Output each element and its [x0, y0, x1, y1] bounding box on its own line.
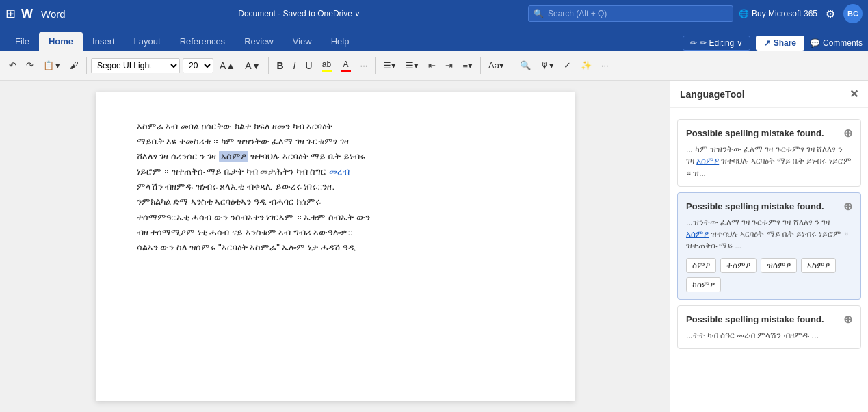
align-button[interactable]: ≡▾: [459, 58, 476, 73]
pencil-icon: ✏: [690, 38, 697, 48]
font-color-button[interactable]: A: [338, 57, 354, 74]
toolbar-divider-1: [86, 57, 87, 74]
underline-button[interactable]: U: [302, 58, 315, 73]
numbering-button[interactable]: ☰▾: [402, 58, 422, 73]
suggestion-card-2: Possible spelling mistake found. ⊕ ...ዝን…: [677, 192, 861, 300]
font-family-select[interactable]: Segoe UI Light Calibri Arial: [91, 58, 180, 73]
title-bar-right: 🌐 Buy Microsoft 365 ⚙ BC: [739, 4, 863, 23]
sidebar: LanguageTool ✕ Possible spelling mistake…: [670, 81, 868, 412]
doc-area[interactable]: አስምራ ኣብ መበል ዐሰርትው ክልተ ክፍለ ዘመን ካብ ኣርባዕት ማ…: [0, 81, 670, 412]
more-formatting-button[interactable]: ···: [357, 58, 371, 73]
highlighted-word: አሰምዖ: [219, 151, 248, 162]
search-icon: 🔍: [534, 9, 544, 18]
tab-home[interactable]: Home: [39, 32, 83, 51]
word-logo: W: [21, 7, 33, 21]
suggestion-link-2[interactable]: አሰምዖ: [686, 230, 709, 238]
suggestion-title-2: Possible spelling mistake found. ⊕: [686, 200, 852, 213]
comments-button[interactable]: 💬 Comments: [810, 38, 863, 48]
tab-file[interactable]: File: [5, 32, 39, 51]
suggestion-text-1: ... ካም ዝዝንትው ፈለማ ገዛ ጉርቱምፃ ገዛ ሸለለፃ ን ገዛ አ…: [686, 144, 852, 179]
doc-page: አስምራ ኣብ መበል ዐሰርትው ክልተ ክፍለ ዘመን ካብ ኣርባዕት ማ…: [96, 92, 575, 401]
tab-review[interactable]: Review: [235, 32, 283, 51]
comments-icon: 💬: [810, 38, 820, 48]
font-color-bar: [341, 70, 351, 72]
redo-button[interactable]: ↷: [23, 58, 37, 73]
doc-title: Document - Saved to OneDrive ∨: [77, 9, 523, 18]
suggestion-title-1: Possible spelling mistake found. ⊕: [686, 127, 852, 140]
highlight-label: ab: [322, 60, 331, 69]
toolbar-divider-3: [375, 57, 376, 74]
suggestion-add-3[interactable]: ⊕: [843, 313, 852, 326]
search-input[interactable]: [528, 5, 733, 22]
tab-insert[interactable]: Insert: [83, 32, 124, 51]
toolbar-divider-5: [512, 57, 512, 74]
suggestion-link-1[interactable]: አሰምዖ: [696, 157, 719, 165]
tab-help[interactable]: Help: [321, 32, 359, 51]
avatar[interactable]: BC: [843, 4, 863, 23]
highlight-button[interactable]: ab: [319, 57, 335, 74]
styles-button[interactable]: Aa▾: [485, 58, 508, 73]
sidebar-title: LanguageTool: [680, 89, 745, 100]
suggestion-card-3: Possible spelling mistake found. ⊕ ...ትት…: [677, 305, 861, 349]
buy-microsoft-365[interactable]: 🌐 Buy Microsoft 365: [739, 9, 817, 18]
title-bar: ⊞ W Word Document - Saved to OneDrive ∨ …: [0, 0, 868, 27]
tab-references[interactable]: References: [170, 32, 235, 51]
tab-view[interactable]: View: [283, 32, 321, 51]
main-layout: አስምራ ኣብ መበል ዐሰርትው ክልተ ክፍለ ዘመን ካብ ኣርባዕት ማ…: [0, 81, 868, 412]
option-1[interactable]: ሰምዖ: [686, 258, 716, 273]
editor-button[interactable]: ✓: [560, 58, 575, 73]
share-button[interactable]: ↗ Share: [756, 36, 804, 51]
toolbar-divider-4: [480, 57, 481, 74]
find-replace-button[interactable]: 🔍: [516, 58, 534, 73]
increase-font-button[interactable]: A▲: [216, 58, 239, 73]
option-2[interactable]: ተሰምዖ: [720, 258, 757, 273]
dictate-button[interactable]: 🎙▾: [537, 58, 557, 73]
doc-paragraph-1: አስምራ ኣብ መበል ዐሰርትው ክልተ ክፍለ ዘመን ካብ ኣርባዕት ማ…: [137, 119, 534, 255]
format-painter-button[interactable]: 🖌: [66, 58, 82, 73]
buy-ms-icon: 🌐: [739, 9, 749, 18]
tab-layout[interactable]: Layout: [124, 32, 170, 51]
sidebar-content: Possible spelling mistake found. ⊕ ... ካ…: [670, 108, 868, 412]
ribbon-tabs: File Home Insert Layout References Revie…: [0, 27, 868, 51]
bullets-button[interactable]: ☰▾: [380, 58, 399, 73]
ribbon-tab-actions: ✏ ✏ Editing ∨ ↗ Share 💬 Comments: [683, 36, 863, 51]
decrease-font-button[interactable]: A▼: [241, 58, 264, 73]
settings-gear-icon[interactable]: ⚙: [826, 8, 835, 21]
sidebar-header: LanguageTool ✕: [670, 81, 868, 108]
indent-increase-button[interactable]: ⇥: [442, 58, 456, 73]
rewrite-button[interactable]: ✨: [577, 58, 595, 73]
option-5[interactable]: ከሰምዖ: [686, 277, 721, 292]
app-name: Word: [41, 8, 66, 20]
grid-icon[interactable]: ⊞: [5, 6, 16, 21]
more-tools-button[interactable]: ···: [598, 58, 612, 73]
suggestion-options: ሰምዖ ተሰምዖ ዝሰምዖ ኣስምዖ ከሰምዖ: [686, 258, 852, 292]
option-3[interactable]: ዝሰምዖ: [761, 258, 797, 273]
share-icon: ↗: [764, 38, 771, 48]
suggestion-title-3: Possible spelling mistake found. ⊕: [686, 313, 852, 326]
option-4[interactable]: ኣስምዖ: [801, 258, 836, 273]
clipboard-icon: 📋: [43, 60, 54, 70]
editing-button[interactable]: ✏ ✏ Editing ∨: [683, 36, 750, 51]
italic-button[interactable]: I: [290, 58, 300, 73]
search-wrapper: 🔍: [528, 5, 733, 22]
suggestion-text-2: ...ዝንትው ፈለማ ገዛ ጉርቱምፃ ገዛ ሸለለፃ ን ገዛ አሰምዖ ዝ…: [686, 217, 852, 253]
toolbar: ↶ ↷ 📋 ▾ 🖌 Segoe UI Light Calibri Arial 2…: [0, 51, 868, 81]
sidebar-close-button[interactable]: ✕: [850, 88, 858, 101]
suggestion-card-1: Possible spelling mistake found. ⊕ ... ካ…: [677, 119, 861, 187]
font-color-label: A: [343, 60, 349, 69]
toolbar-divider-2: [268, 57, 269, 74]
font-size-select[interactable]: 20 12 14 16 18: [183, 58, 213, 73]
highlight-color-bar: [322, 70, 332, 72]
blue-word: መረብ: [329, 166, 350, 177]
suggestion-text-3: ...ትት ካብ ሰዓር መረብ ምላሽን ብዘምዱ ...: [686, 330, 852, 342]
bold-button[interactable]: B: [273, 58, 287, 73]
undo-button[interactable]: ↶: [5, 58, 20, 73]
suggestion-add-2[interactable]: ⊕: [843, 200, 852, 213]
suggestion-add-1[interactable]: ⊕: [843, 127, 852, 140]
indent-decrease-button[interactable]: ⇤: [425, 58, 439, 73]
clipboard-chevron: ▾: [55, 60, 60, 70]
clipboard-button[interactable]: 📋 ▾: [40, 58, 64, 73]
